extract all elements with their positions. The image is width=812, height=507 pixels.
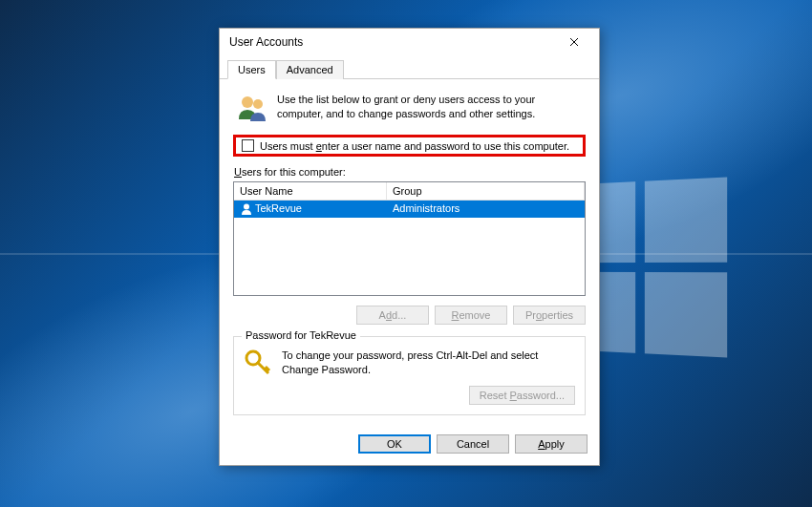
tab-advanced[interactable]: Advanced (276, 60, 344, 79)
remove-button: Remove (435, 306, 507, 325)
users-list[interactable]: User Name Group TekRevue Administrators (233, 181, 586, 296)
svg-point-1 (253, 99, 263, 109)
user-buttons-row: Add... Remove Properties (233, 306, 586, 325)
ok-button[interactable]: OK (358, 434, 431, 454)
tab-strip: Users Advanced (220, 59, 599, 79)
col-header-group[interactable]: Group (387, 182, 585, 200)
reset-password-button: Reset Password... (469, 386, 575, 405)
intro-row: Use the list below to grant or deny user… (233, 89, 586, 131)
cancel-button[interactable]: Cancel (437, 434, 509, 454)
cell-group: Administrators (387, 201, 585, 218)
users-list-label: Users for this computer: (234, 166, 586, 178)
password-groupbox: Password for TekRevue To change your pas… (233, 336, 586, 415)
cell-username: TekRevue (234, 201, 387, 218)
list-header[interactable]: User Name Group (234, 182, 585, 201)
intro-text: Use the list below to grant or deny user… (277, 93, 582, 122)
close-button[interactable] (555, 32, 593, 53)
svg-point-2 (244, 204, 249, 210)
add-button: Add... (356, 306, 429, 325)
col-header-username[interactable]: User Name (234, 182, 387, 200)
user-icon (240, 202, 253, 216)
users-icon (237, 93, 267, 123)
properties-button: Properties (513, 306, 586, 325)
require-password-highlight: Users must enter a user name and passwor… (233, 135, 586, 157)
require-password-label[interactable]: Users must enter a user name and passwor… (260, 140, 569, 152)
svg-point-0 (242, 96, 253, 108)
password-instruction-text: To change your password, press Ctrl-Alt-… (282, 349, 575, 378)
list-row[interactable]: TekRevue Administrators (234, 201, 585, 218)
user-accounts-dialog: User Accounts Users Advanced Use the lis… (219, 28, 600, 466)
tab-users[interactable]: Users (227, 60, 276, 79)
apply-button[interactable]: Apply (515, 434, 588, 454)
key-icon (244, 349, 272, 377)
require-password-checkbox[interactable] (242, 139, 254, 152)
window-title: User Accounts (229, 35, 303, 49)
tab-panel-users: Use the list below to grant or deny user… (220, 79, 599, 425)
password-groupbox-title: Password for TekRevue (242, 329, 360, 341)
close-icon (569, 37, 579, 47)
dialog-button-row: OK Cancel Apply (220, 425, 599, 465)
titlebar[interactable]: User Accounts (220, 29, 599, 55)
